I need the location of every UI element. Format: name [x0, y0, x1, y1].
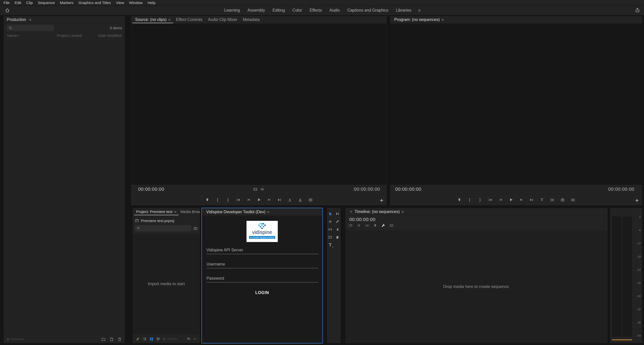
- password-input[interactable]: [206, 274, 318, 282]
- workspace-tab-libraries[interactable]: Libraries: [392, 6, 415, 15]
- tab-vidispine-toolkit[interactable]: Vidispine Developer Toolkit (Dev) ≡: [203, 208, 272, 216]
- sort-button[interactable]: [187, 337, 191, 341]
- menu-window[interactable]: Window: [127, 0, 145, 5]
- login-button[interactable]: LOGIN: [255, 290, 269, 295]
- button-editor-button[interactable]: +: [635, 197, 639, 203]
- panel-menu-icon[interactable]: ≡: [174, 210, 176, 214]
- menu-file[interactable]: File: [1, 0, 12, 5]
- program-duration-timecode[interactable]: 00:00:00:00: [608, 187, 634, 192]
- api-server-input[interactable]: [206, 246, 318, 254]
- hand-tool-button[interactable]: [334, 234, 341, 241]
- program-viewer[interactable]: [390, 24, 642, 185]
- column-header-date-modified[interactable]: Date Modified: [98, 33, 121, 38]
- project-zoom-slider[interactable]: [163, 338, 177, 340]
- workspace-tab-captions-and-graphics[interactable]: Captions and Graphics: [344, 6, 392, 15]
- panel-menu-icon[interactable]: ≡: [267, 210, 269, 214]
- workspace-tab-assembly[interactable]: Assembly: [244, 6, 269, 15]
- mark-in-button[interactable]: {: [467, 197, 473, 203]
- program-current-timecode[interactable]: 00:00:00:00: [395, 187, 421, 192]
- button-editor-button[interactable]: +: [380, 197, 383, 203]
- ripple-edit-tool-button[interactable]: [327, 218, 333, 225]
- production-search-input[interactable]: [14, 26, 52, 30]
- tab-effect-controls[interactable]: Effect Controls: [173, 16, 205, 23]
- add-marker-button[interactable]: [456, 197, 462, 203]
- zoom-knob[interactable]: [7, 338, 9, 340]
- selection-tool-button[interactable]: [327, 210, 333, 217]
- panel-menu-icon[interactable]: ≡: [442, 18, 444, 21]
- more-options-button[interactable]: [193, 337, 197, 341]
- project-file-item[interactable]: Premiere test.prproj: [133, 217, 200, 224]
- project-writable-button[interactable]: [136, 337, 140, 341]
- mark-out-button[interactable]: }: [477, 197, 483, 203]
- menu-edit[interactable]: Edit: [12, 0, 24, 5]
- production-list-area[interactable]: [4, 40, 125, 335]
- tab-source[interactable]: Source: (no clips) ≡: [132, 16, 173, 23]
- play-button[interactable]: [508, 197, 514, 203]
- mark-in-button[interactable]: {: [214, 197, 221, 203]
- workspace-tab-learning[interactable]: Learning: [221, 6, 244, 15]
- type-tool-button[interactable]: T: [327, 242, 333, 248]
- tab-audio-clip-mixer[interactable]: Audio Clip Mixer: [205, 16, 240, 23]
- column-header-name[interactable]: Name: [7, 33, 17, 38]
- zoom-knob[interactable]: [163, 338, 165, 340]
- workspace-tab-color[interactable]: Color: [289, 6, 306, 15]
- search-bin-button[interactable]: [193, 226, 198, 230]
- step-back-button[interactable]: [498, 197, 504, 203]
- go-to-out-button[interactable]: [277, 197, 283, 203]
- panel-menu-icon[interactable]: ≡: [402, 210, 404, 214]
- panel-menu-icon[interactable]: ≡: [168, 18, 171, 21]
- mark-out-button[interactable]: }: [225, 197, 231, 203]
- close-panel-icon[interactable]: ×: [350, 209, 353, 214]
- captions-button[interactable]: [389, 223, 394, 228]
- icon-view-button[interactable]: [149, 337, 154, 341]
- username-input[interactable]: [206, 260, 318, 268]
- play-button[interactable]: [256, 197, 262, 203]
- razor-tool-button[interactable]: [334, 218, 341, 225]
- source-duration-timecode[interactable]: 00:00:00:00: [354, 187, 380, 192]
- timeline-drop-area[interactable]: Drop media here to create sequence.: [346, 230, 607, 343]
- add-marker-button[interactable]: [373, 224, 377, 227]
- panel-menu-icon[interactable]: ≡: [29, 18, 32, 21]
- list-view-button[interactable]: [143, 337, 147, 341]
- production-zoom-slider[interactable]: [7, 338, 24, 340]
- source-viewer[interactable]: [131, 24, 387, 185]
- go-to-in-button[interactable]: [487, 197, 493, 203]
- share-export-button[interactable]: [635, 8, 640, 13]
- overwrite-button[interactable]: [297, 197, 303, 203]
- lift-button[interactable]: [539, 197, 545, 203]
- insert-button[interactable]: [287, 197, 293, 203]
- column-header-project-locked[interactable]: Project Locked: [57, 33, 82, 38]
- nest-toggle-button[interactable]: [348, 223, 353, 228]
- snap-toggle-button[interactable]: [357, 223, 361, 228]
- menu-view[interactable]: View: [113, 0, 127, 5]
- step-forward-button[interactable]: [266, 197, 272, 203]
- source-current-timecode[interactable]: 00:00:00:00: [138, 187, 164, 192]
- menu-clip[interactable]: Clip: [24, 0, 35, 5]
- workspace-tab-editing[interactable]: Editing: [269, 6, 289, 15]
- go-to-in-button[interactable]: [235, 197, 241, 203]
- project-media-area[interactable]: Import media to start: [133, 234, 200, 334]
- export-frame-button[interactable]: [308, 197, 314, 203]
- drag-audio-button[interactable]: [260, 187, 264, 191]
- menu-help[interactable]: Help: [145, 0, 158, 5]
- drag-video-button[interactable]: [253, 187, 257, 191]
- menu-graphics-and-titles[interactable]: Graphics and Titles: [76, 0, 113, 5]
- menu-sequence[interactable]: Sequence: [35, 0, 57, 5]
- new-item-button[interactable]: [109, 337, 114, 341]
- workspace-tab-effects[interactable]: Effects: [306, 6, 326, 15]
- tab-timeline[interactable]: × Timeline: (no sequences) ≡: [347, 208, 407, 215]
- step-forward-button[interactable]: [518, 197, 524, 203]
- timeline-settings-button[interactable]: [381, 223, 385, 228]
- slip-tool-button[interactable]: [327, 226, 333, 233]
- menu-markers[interactable]: Markers: [57, 0, 76, 5]
- workspace-tab-audio[interactable]: Audio: [326, 6, 344, 15]
- rectangle-tool-button[interactable]: [327, 234, 333, 241]
- comparison-view-button[interactable]: [570, 197, 576, 203]
- export-frame-button[interactable]: [560, 197, 566, 203]
- timeline-timecode[interactable]: 00:00:00:00: [349, 217, 376, 222]
- step-back-button[interactable]: [246, 197, 252, 203]
- tab-project[interactable]: Project: Premiere test ≡: [134, 208, 178, 215]
- clear-button[interactable]: [117, 337, 122, 341]
- new-bin-button[interactable]: [101, 337, 106, 341]
- project-search-input[interactable]: [142, 226, 189, 230]
